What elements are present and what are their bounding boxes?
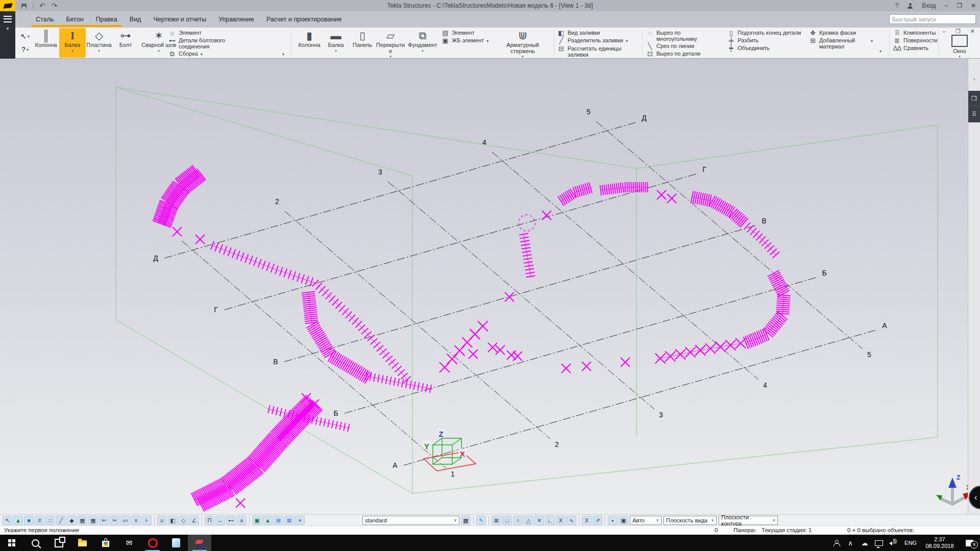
- edit-group-arrow-icon[interactable]: ▾: [879, 49, 881, 54]
- toolbar-snap-free[interactable]: ✄: [99, 516, 109, 525]
- view-close-button[interactable]: ✕: [970, 28, 975, 35]
- help-pointer[interactable]: ?▾: [16, 43, 34, 56]
- steel-group-arrow-icon[interactable]: ▾: [282, 52, 284, 57]
- ribbon-slab[interactable]: ▱Перекрытие▾: [376, 28, 405, 58]
- ribbon-steel-column[interactable]: ║Колонна: [33, 28, 59, 58]
- tab-concrete[interactable]: Бетон: [60, 16, 89, 23]
- toolbar-view-tri[interactable]: ▲: [263, 516, 273, 525]
- ribbon-fit-part-end[interactable]: ▯Подогнать конец детали: [727, 30, 809, 36]
- ribbon-pour-break[interactable]: ╱Разделитель заливки▾: [557, 37, 639, 44]
- toolbar-direct-modification[interactable]: ▲: [13, 516, 23, 525]
- taskbar-task-view-button[interactable]: [47, 535, 70, 551]
- ribbon-rebar-bar[interactable]: ⋓Арматурный стержень▾: [501, 28, 544, 58]
- ribbon-panel[interactable]: ▯Панель: [349, 28, 376, 58]
- toolbar-filter-crossed-square[interactable]: ⊠: [492, 516, 501, 525]
- ribbon-calculate-pour-units[interactable]: ⊟Рассчитать единицы заливки: [557, 45, 639, 58]
- language-indicator[interactable]: ENG: [900, 535, 921, 551]
- toolbar-hatch[interactable]: ▩: [461, 516, 471, 525]
- toolbar-view-image[interactable]: ▣: [252, 516, 262, 525]
- toolbar-grid-a[interactable]: ▦: [78, 516, 87, 525]
- taskbar-file-explorer-button[interactable]: [70, 535, 94, 551]
- toolbar-grid-b[interactable]: ▦: [88, 516, 98, 525]
- ribbon-part-cut[interactable]: ⊡Вырез по детали: [646, 51, 710, 57]
- help-icon[interactable]: ?: [895, 2, 899, 9]
- ribbon-combine[interactable]: ┿Объединить: [727, 45, 809, 52]
- toolbar-square-small[interactable]: ▪: [608, 516, 618, 525]
- toolbar-snap-solid[interactable]: ◆: [67, 516, 77, 525]
- side-pane-components-button[interactable]: ⠿: [968, 107, 980, 122]
- ribbon-chamfer-edge[interactable]: ❖Кромка фаски: [809, 30, 873, 36]
- tab-drawings-reports[interactable]: Чертежи и отчеты: [147, 16, 212, 23]
- tab-analysis-design[interactable]: Расчет и проектирование: [260, 16, 348, 23]
- people-button[interactable]: [829, 535, 843, 551]
- ribbon-added-material[interactable]: ⊞Добавленный материал▾: [809, 37, 873, 49]
- close-button[interactable]: ✕: [971, 2, 976, 9]
- ribbon-concrete-item[interactable]: ▤Элемент: [442, 30, 503, 36]
- viewport-3d[interactable]: 554433221ДДГГВВББААZYXZX: [0, 59, 968, 514]
- tray-expand-button[interactable]: ∧: [843, 535, 857, 551]
- taskbar-search-button[interactable]: [23, 535, 47, 551]
- ribbon-concrete-column[interactable]: ▮Колонна: [296, 28, 323, 58]
- save-button[interactable]: [21, 0, 27, 11]
- network-button[interactable]: [872, 535, 886, 551]
- toolbar-snap-diamond[interactable]: ◇: [179, 516, 188, 525]
- ribbon-bolt[interactable]: ⊶Болт: [112, 28, 139, 58]
- contour-planes-combo[interactable]: Плоскости контура∨: [719, 516, 778, 525]
- toolbar-filter-x[interactable]: ✕: [534, 516, 544, 525]
- action-center-button[interactable]: 9: [959, 535, 980, 551]
- select-pointer[interactable]: ↖▾: [16, 30, 34, 43]
- clock[interactable]: 2:37 08.09.2018: [921, 536, 959, 549]
- toolbar-snap-arc[interactable]: ∪: [157, 516, 167, 525]
- ribbon-rc-element[interactable]: ▣ЖБ элемент▾: [442, 37, 503, 44]
- toolbar-view-frame[interactable]: ⊠: [284, 516, 294, 525]
- ribbon-assembly[interactable]: ⧉Сборка▾: [168, 51, 240, 58]
- ribbon-window-button[interactable]: Окно ▾: [943, 35, 976, 58]
- toolbar-filter-triangle[interactable]: △: [524, 516, 533, 525]
- toolbar-smart-select[interactable]: ■: [24, 516, 34, 525]
- toolbar-snap-lines[interactable]: ≡: [131, 516, 141, 525]
- tab-manage[interactable]: Управление: [212, 16, 260, 23]
- toolbar-snap-cut[interactable]: ✂: [110, 516, 119, 525]
- undo-button[interactable]: ↶: [39, 0, 45, 11]
- taskbar-mail-button[interactable]: ✉: [117, 535, 141, 551]
- ribbon-polygon-cut[interactable]: ◌Вырез по многоугольнику: [646, 30, 710, 42]
- toolbar-snap-rect[interactable]: ▭: [120, 516, 130, 525]
- ribbon-concrete-beam[interactable]: ▬Балка▾: [323, 28, 349, 58]
- toolbar-filter-square[interactable]: □: [502, 516, 512, 525]
- view-minimize-button[interactable]: –: [943, 28, 946, 35]
- redo-button[interactable]: ↷: [52, 0, 58, 11]
- quick-search-input[interactable]: [890, 16, 973, 22]
- tab-edit[interactable]: Правка: [90, 16, 124, 23]
- onedrive-button[interactable]: ☁: [857, 535, 872, 551]
- plane-mode-combo[interactable]: Авто∨: [630, 516, 662, 525]
- login-button[interactable]: Вход: [922, 2, 936, 9]
- toolbar-filter-wave[interactable]: ∿: [567, 516, 576, 525]
- view-restore-button[interactable]: ❐: [955, 28, 961, 35]
- toolbar-snap-points[interactable]: ∷: [45, 516, 55, 525]
- ribbon-split[interactable]: ╪Разбить: [727, 37, 809, 44]
- ribbon-steel-beam[interactable]: IБалка▾: [59, 28, 86, 58]
- side-pane-model-button[interactable]: ❒: [968, 91, 980, 107]
- toolbar-view-grid[interactable]: ⊞: [274, 516, 283, 525]
- toolbar-snap-angle[interactable]: ∠: [189, 516, 199, 525]
- toolbar-snap-half[interactable]: ◧: [168, 516, 178, 525]
- user-icon[interactable]: [907, 3, 913, 9]
- taskbar-notepad-button[interactable]: [164, 535, 188, 551]
- restore-button[interactable]: ❐: [957, 2, 962, 9]
- toolbar-snap-ref[interactable]: ⊦: [142, 516, 152, 525]
- tab-steel[interactable]: Сталь: [30, 16, 60, 23]
- sidebar-dropdown-icon[interactable]: ▾: [0, 26, 15, 31]
- toolbar-filter-roman-x[interactable]: Ⅹ: [556, 516, 566, 525]
- toolbar-snap-horizontal[interactable]: ↔: [215, 516, 225, 525]
- ribbon-bolted-connection-parts[interactable]: ⊷Детали болтового соединения: [168, 37, 240, 49]
- ribbon-line-cut[interactable]: ╲Срез по линии: [646, 43, 710, 49]
- profile-combo[interactable]: standard∨: [362, 516, 459, 525]
- taskbar-start-button[interactable]: [0, 535, 23, 551]
- taskbar-store-button[interactable]: [94, 535, 117, 551]
- toolbar-snap-peak[interactable]: ∧: [237, 516, 247, 525]
- status-pan[interactable]: Панора›: [733, 527, 756, 533]
- volume-button[interactable]: [886, 535, 900, 551]
- side-pane-expand-icon[interactable]: ›: [968, 75, 980, 83]
- toolbar-snap-grid[interactable]: #: [35, 516, 44, 525]
- toolbar-filter-corner[interactable]: ∟: [545, 516, 555, 525]
